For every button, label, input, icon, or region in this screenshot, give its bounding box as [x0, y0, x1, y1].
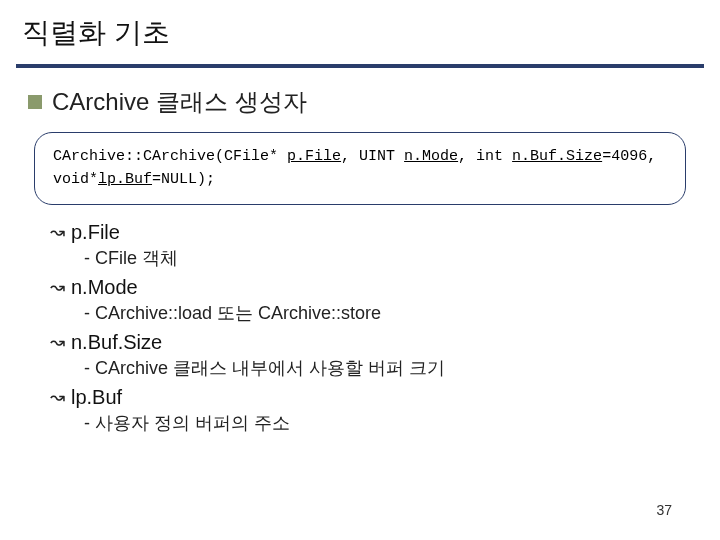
arrow-icon: ↝ [50, 276, 65, 298]
arrow-icon: ↝ [50, 221, 65, 243]
code-text: , UINT [341, 148, 404, 165]
definitions-list: ↝ p.File - CFile 객체 ↝ n.Mode - CArchive:… [28, 221, 692, 435]
param-name: p.File [71, 221, 120, 244]
param-name: lp.Buf [71, 386, 122, 409]
code-signature-box: CArchive::CArchive(CFile* p.File, UINT n… [34, 132, 686, 205]
param-desc: - CArchive 클래스 내부에서 사용할 버퍼 크기 [50, 356, 692, 380]
square-bullet-icon [28, 95, 42, 109]
slide-title: 직렬화 기초 [22, 14, 698, 52]
param-row: ↝ n.Mode [50, 276, 692, 299]
section-header-row: CArchive 클래스 생성자 [28, 86, 692, 118]
code-text: , int [458, 148, 512, 165]
content: CArchive 클래스 생성자 CArchive::CArchive(CFil… [0, 68, 720, 435]
code-param-nbufsize: n.Buf.Size [512, 148, 602, 165]
param-desc: - CFile 객체 [50, 246, 692, 270]
code-text: CArchive::CArchive(CFile* [53, 148, 287, 165]
param-name: n.Mode [71, 276, 138, 299]
section-header: CArchive 클래스 생성자 [52, 86, 307, 118]
code-param-lpbuf: lp.Buf [98, 171, 152, 188]
param-row: ↝ lp.Buf [50, 386, 692, 409]
code-text: =4096, [602, 148, 656, 165]
code-text: void* [53, 171, 98, 188]
param-row: ↝ p.File [50, 221, 692, 244]
slide: 직렬화 기초 CArchive 클래스 생성자 CArchive::CArchi… [0, 0, 720, 540]
code-line-1: CArchive::CArchive(CFile* p.File, UINT n… [53, 145, 667, 168]
arrow-icon: ↝ [50, 331, 65, 353]
title-area: 직렬화 기초 [0, 0, 720, 58]
arrow-icon: ↝ [50, 386, 65, 408]
page-number: 37 [656, 502, 672, 518]
code-text: =NULL); [152, 171, 215, 188]
param-row: ↝ n.Buf.Size [50, 331, 692, 354]
code-line-2: void*lp.Buf=NULL); [53, 168, 667, 191]
code-param-pfile: p.File [287, 148, 341, 165]
param-desc: - 사용자 정의 버퍼의 주소 [50, 411, 692, 435]
code-param-nmode: n.Mode [404, 148, 458, 165]
param-name: n.Buf.Size [71, 331, 162, 354]
param-desc: - CArchive::load 또는 CArchive::store [50, 301, 692, 325]
